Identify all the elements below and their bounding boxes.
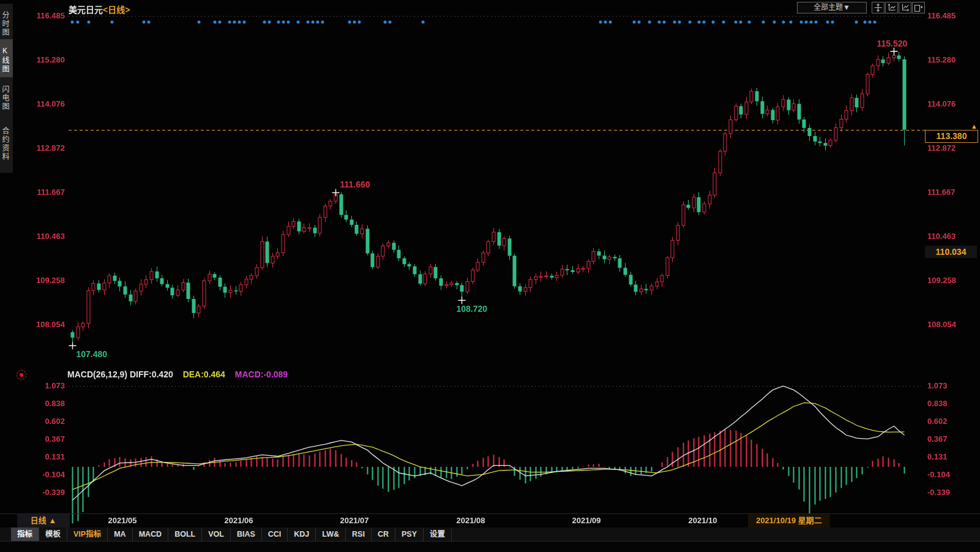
price-axis-label: 108.054 [23,320,65,330]
toolbar-item-VOL[interactable]: VOL [202,527,231,541]
price-axis-label: 112.872 [927,143,976,153]
sidebar-tab-2[interactable]: 闪电图 [0,77,13,119]
x-axis-scale-icon[interactable] [899,2,911,13]
low-price-annotation: 108.720 [457,304,488,314]
chart-canvas[interactable] [0,0,980,552]
triangle-up-icon: ▲ [48,516,56,525]
symbol-name: 美元日元 [69,5,103,15]
macd-axis-label: 0.838 [927,399,976,409]
macd-params: MACD(26,12,9) [67,369,127,379]
high-price-annotation: 115.520 [877,39,908,48]
period-suffix: <日线> [103,5,130,15]
toolbar-item-LW&[interactable]: LW& [316,527,346,541]
toolbar-item-BOLL[interactable]: BOLL [168,527,202,541]
toolbar-item-RSI[interactable]: RSI [346,527,372,541]
high-price-annotation: 111.660 [340,180,370,189]
macd-axis-label: 0.838 [23,399,65,409]
macd-axis-label: 0.602 [23,417,65,426]
macd-header: MACD(26,12,9) DIFF:0.420 DEA:0.464 MACD:… [67,369,288,379]
dea-value: DEA:0.464 [183,369,225,379]
toolbar-item-指标[interactable]: 指标 [11,527,39,541]
toolbar-item-BIAS[interactable]: BIAS [231,527,262,541]
macd-axis-label: 0.131 [23,452,65,462]
toolbar-item-设置[interactable]: 设置 [424,527,452,541]
macd-axis-label: 0.367 [23,434,65,444]
toolbar-item-MACD[interactable]: MACD [133,527,169,541]
sidebar-tab-0[interactable]: 分时图 [0,4,13,44]
toolbar-item-VIP指标[interactable]: VIP指标 [67,527,108,541]
month-label: 2021/06 [211,514,266,527]
price-axis-label: 111.667 [927,187,976,197]
all-themes-dropdown[interactable]: 全部主题▼ [797,2,867,13]
macd-axis-label: -0.104 [23,470,65,480]
price-up-arrow-icon: ▲ [971,123,978,130]
diff-value: DIFF:0.420 [130,369,173,379]
pan-icon[interactable] [872,2,885,13]
toolbar-item-CCI[interactable]: CCI [262,527,288,541]
sidebar-tab-3[interactable]: 合约资料 [0,115,13,173]
price-axis-label: 110.463 [927,232,976,241]
price-axis-label: 109.258 [23,276,65,285]
macd-axis-label: 0.367 [927,434,976,444]
month-label: 2021/10 [675,514,730,527]
macd-axis-label: 1.073 [23,381,65,391]
sidebar-tab-1[interactable]: K线图 [0,39,13,81]
low-price-annotation: 107.480 [77,349,108,359]
current-date-label: 2021/10/19 星期二 [748,514,830,527]
price-axis-label: 114.076 [23,99,65,109]
toolbar-item-KDJ[interactable]: KDJ [288,527,316,541]
macd-axis-label: -0.339 [23,488,65,497]
price-axis-label: 111.667 [23,187,65,197]
chevron-down-icon: ▼ [843,3,850,12]
price-axis-label: 109.258 [927,276,976,285]
last-price-tag: 113.380 [925,130,978,143]
price-axis-label: 112.872 [23,143,65,153]
month-label: 2021/05 [95,514,150,527]
macd-value: MACD:-0.089 [235,369,288,379]
month-label: 2021/07 [327,514,382,527]
y-axis-scale-icon[interactable] [885,2,898,13]
month-label: 2021/08 [443,514,498,527]
price-axis-label: 115.280 [23,55,65,65]
macd-axis-label: 0.131 [927,452,976,462]
price-axis-label: 116.485 [927,11,976,21]
indicator-toolbar: 指标模板VIP指标MAMACDBOLLVOLBIASCCIKDJLW&RSICR… [0,527,980,542]
toolbar-item-PSY[interactable]: PSY [395,527,424,541]
period-selector[interactable]: 日线 ▲ [17,514,70,527]
price-axis-label: 115.280 [927,55,976,65]
toolbar-item-MA[interactable]: MA [108,527,132,541]
indicator-alert-icon[interactable] [17,370,26,380]
trading-app-window: 美元日元<日线> 分时图K线图闪电图合约资料 全部主题▼ 116.485115.… [0,0,980,552]
macd-axis-label: -0.104 [927,470,976,480]
price-axis-label: 108.054 [927,320,976,330]
macd-axis-label: 0.602 [927,417,976,426]
reference-price-tag: 110.034 [925,246,977,258]
bottom-strip [0,542,980,552]
pane-layout-icon[interactable] [912,2,925,13]
toolbar-item-CR[interactable]: CR [372,527,395,541]
macd-axis-label: 1.073 [927,381,976,391]
month-label: 2021/09 [559,514,614,527]
macd-axis-label: -0.339 [927,488,976,497]
price-axis-label: 114.076 [927,99,976,109]
price-axis-label: 110.463 [23,232,65,241]
toolbar-item-模板[interactable]: 模板 [39,527,67,541]
chart-title: 美元日元<日线> [69,3,130,15]
date-axis-row: 日线 ▲ 2021/052021/062021/072021/082021/09… [0,513,980,529]
price-axis-label: 116.485 [23,11,65,21]
